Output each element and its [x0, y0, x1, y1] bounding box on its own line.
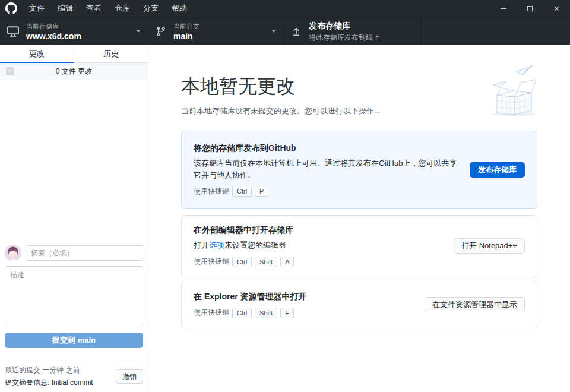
- key-shift: Shift: [255, 257, 277, 267]
- page-title: 本地暂无更改: [181, 74, 537, 100]
- menu-branch[interactable]: 分支: [137, 0, 165, 17]
- menu-help[interactable]: 帮助: [165, 0, 194, 17]
- current-branch-name: main: [173, 31, 267, 41]
- explorer-card-shortcut: 使用快捷键 Ctrl Shift F: [194, 308, 414, 318]
- sidebar: 更改 历史 ✓ 0 文件 更改 提交到 main 最近的提交 一分钟 之前 提交…: [0, 45, 148, 392]
- recent-commit-summary-label: 提交摘要信息:: [5, 378, 49, 387]
- window-controls: ✕: [490, 0, 570, 17]
- menu-file[interactable]: 文件: [23, 0, 51, 17]
- shortcut-label: 使用快捷键: [194, 186, 229, 197]
- key-p: P: [255, 186, 268, 197]
- upload-icon: [291, 26, 302, 37]
- publish-repository-title: 发布存储库: [309, 21, 414, 31]
- tab-history[interactable]: 历史: [74, 45, 148, 62]
- undo-button[interactable]: 撤销: [116, 369, 143, 384]
- github-logo-icon: [0, 2, 23, 14]
- key-f: F: [280, 308, 294, 318]
- commit-to-main-button[interactable]: 提交到 main: [5, 333, 143, 348]
- changed-files-header: ✓ 0 文件 更改: [0, 63, 148, 80]
- editor-card-title: 在外部编辑器中打开存储库: [194, 225, 443, 236]
- recent-commit-summary-value: Initial commit: [52, 378, 93, 387]
- current-branch-label: 当前分支: [173, 22, 267, 31]
- open-in-editor-card: 在外部编辑器中打开存储库 打开选项来设置您的编辑器 使用快捷键 Ctrl Shi…: [181, 215, 537, 277]
- shortcut-label: 使用快捷键: [194, 308, 229, 318]
- menu-view[interactable]: 查看: [80, 0, 108, 17]
- titlebar: 文件 编辑 查看 仓库 分支 帮助 ✕: [0, 0, 570, 17]
- blankslate: 本地暂无更改 当前本地存储库没有未提交的更改。您可以进行以下操作... 将您的存…: [148, 45, 570, 328]
- main-panel: 本地暂无更改 当前本地存储库没有未提交的更改。您可以进行以下操作... 将您的存…: [148, 45, 570, 392]
- maximize-icon: [527, 6, 533, 11]
- toolbar: 当前存储库 www.x6d.com 当前分支 main 发布存储库 将此存储库发…: [0, 17, 570, 45]
- recent-commit-time: 最近的提交 一分钟 之前: [5, 365, 116, 375]
- publish-card-shortcut: 使用快捷键 Ctrl P: [194, 186, 459, 197]
- publish-repository-subtitle: 将此存储库发布到线上: [309, 33, 414, 43]
- recent-commit-summary: 提交摘要信息: Initial commit: [5, 378, 116, 388]
- sidebar-tabs: 更改 历史: [0, 45, 148, 63]
- shortcut-label: 使用快捷键: [194, 257, 229, 267]
- show-in-explorer-button[interactable]: 在文件资源管理器中显示: [425, 297, 525, 312]
- close-button[interactable]: ✕: [543, 0, 570, 17]
- commit-description-input[interactable]: [5, 266, 143, 325]
- open-in-explorer-card: 在 Explorer 资源管理器中打开 使用快捷键 Ctrl Shift F 在…: [181, 282, 537, 328]
- key-ctrl: Ctrl: [232, 308, 252, 318]
- publish-repository-button[interactable]: 发布存储库: [470, 162, 525, 178]
- commit-summary-input[interactable]: [26, 245, 143, 261]
- chevron-down-icon: [271, 30, 276, 35]
- publish-card: 将您的存储库发布到GitHub 该存储库当前仅在本地计算机上可用。通过将其发布在…: [181, 131, 537, 209]
- desktop-icon: [7, 26, 19, 37]
- minimize-button[interactable]: [490, 0, 517, 17]
- content: 更改 历史 ✓ 0 文件 更改 提交到 main 最近的提交 一分钟 之前 提交…: [0, 45, 570, 392]
- publish-repository-toolbar-button[interactable]: 发布存储库 将此存储库发布到线上: [284, 17, 422, 45]
- current-repository-label: 当前存储库: [26, 22, 131, 31]
- current-repository-name: www.x6d.com: [26, 31, 131, 41]
- publish-card-body: 该存储库当前仅在本地计算机上可用。通过将其发布在GitHub上，您可以共享它并与…: [194, 157, 459, 181]
- key-ctrl: Ctrl: [232, 257, 252, 267]
- current-repository-dropdown[interactable]: 当前存储库 www.x6d.com: [0, 17, 148, 45]
- chevron-down-icon: [136, 30, 141, 35]
- minimize-icon: [501, 8, 506, 9]
- explorer-card-title: 在 Explorer 资源管理器中打开: [194, 292, 414, 302]
- key-shift: Shift: [255, 308, 277, 318]
- select-all-checkbox[interactable]: ✓: [6, 67, 14, 75]
- maximize-button[interactable]: [517, 0, 543, 17]
- editor-card-body-prefix: 打开: [194, 241, 209, 249]
- user-avatar: [5, 245, 21, 261]
- publish-card-title: 将您的存储库发布到GitHub: [194, 143, 459, 154]
- key-a: A: [280, 257, 294, 267]
- editor-card-body-suffix: 来设置您的编辑器: [224, 241, 286, 249]
- key-ctrl: Ctrl: [232, 186, 252, 197]
- open-notepad-button[interactable]: 打开 Notepad++: [454, 238, 525, 254]
- editor-card-body: 打开选项来设置您的编辑器: [194, 239, 443, 251]
- editor-card-shortcut: 使用快捷键 Ctrl Shift A: [194, 257, 443, 267]
- recent-commit-section: 最近的提交 一分钟 之前 提交摘要信息: Initial commit 撤销: [0, 361, 148, 392]
- options-link[interactable]: 选项: [209, 241, 224, 249]
- tab-changes[interactable]: 更改: [0, 45, 74, 62]
- menu-repository[interactable]: 仓库: [108, 0, 137, 17]
- git-branch-icon: [156, 26, 166, 37]
- page-subtitle: 当前本地存储库没有未提交的更改。您可以进行以下操作...: [181, 106, 537, 116]
- files-changed-count: 0 文件 更改: [0, 67, 148, 77]
- current-branch-dropdown[interactable]: 当前分支 main: [148, 17, 284, 45]
- menu-edit[interactable]: 编辑: [51, 0, 80, 17]
- changes-list-empty-area: [0, 80, 148, 240]
- commit-form: 提交到 main: [0, 240, 148, 353]
